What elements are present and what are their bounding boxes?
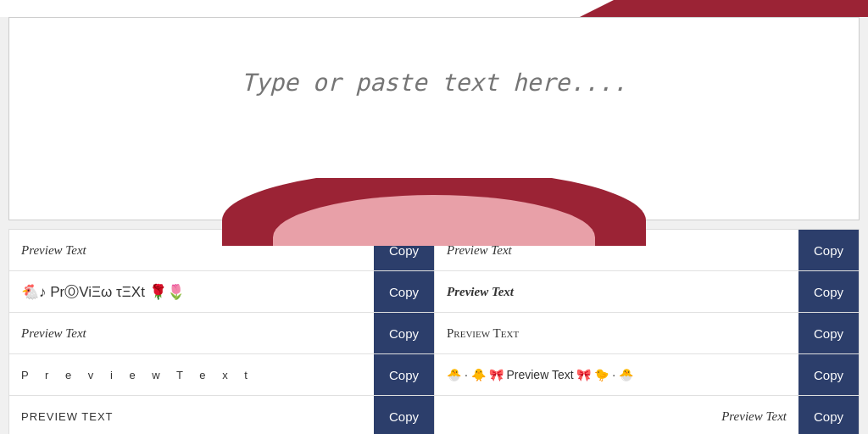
result-row: PREVIEW TEXTCopy: [9, 396, 434, 434]
result-text: Preview Text: [435, 271, 798, 312]
copy-button[interactable]: Copy: [374, 354, 434, 395]
result-text: P r e v i e w T e x t: [9, 354, 374, 395]
results-section: Preview TextCopyPreview TextCopy🐔♪ PrⓄVi…: [8, 229, 860, 434]
curve-decoration: [8, 178, 860, 246]
result-text: txeT weiverP: [435, 396, 798, 434]
copy-button[interactable]: Copy: [798, 271, 859, 312]
copy-button[interactable]: Copy: [374, 313, 434, 353]
copy-button[interactable]: Copy: [374, 396, 434, 434]
copy-button[interactable]: Copy: [374, 271, 434, 312]
copy-button[interactable]: Copy: [798, 313, 859, 353]
result-row: Preview TextCopy: [434, 313, 859, 354]
top-bar-accent: [580, 0, 868, 17]
result-text: 🐣 · 🐥 🎀 Preview Text 🎀 🐤 · 🐣: [435, 354, 798, 395]
result-text: PREVIEW TEXT: [9, 396, 374, 434]
top-bar: [0, 0, 868, 17]
result-text: Preview Text: [9, 313, 374, 353]
result-row: P r e v i e w T e x tCopy: [9, 354, 434, 396]
copy-button[interactable]: Copy: [798, 354, 859, 395]
result-row: 🐔♪ PrⓄViΞω τΞXt 🌹🌷Copy: [9, 271, 434, 313]
results-grid: Preview TextCopyPreview TextCopy🐔♪ PrⓄVi…: [8, 229, 860, 434]
result-row: Preview TextCopy: [9, 313, 434, 354]
result-row: Preview TextCopy: [434, 271, 859, 313]
result-text: Preview Text: [435, 313, 798, 353]
result-row: txeT weiverPCopy: [434, 396, 859, 434]
copy-button[interactable]: Copy: [798, 396, 859, 434]
result-row: 🐣 · 🐥 🎀 Preview Text 🎀 🐤 · 🐣Copy: [434, 354, 859, 396]
result-text: 🐔♪ PrⓄViΞω τΞXt 🌹🌷: [9, 271, 374, 312]
